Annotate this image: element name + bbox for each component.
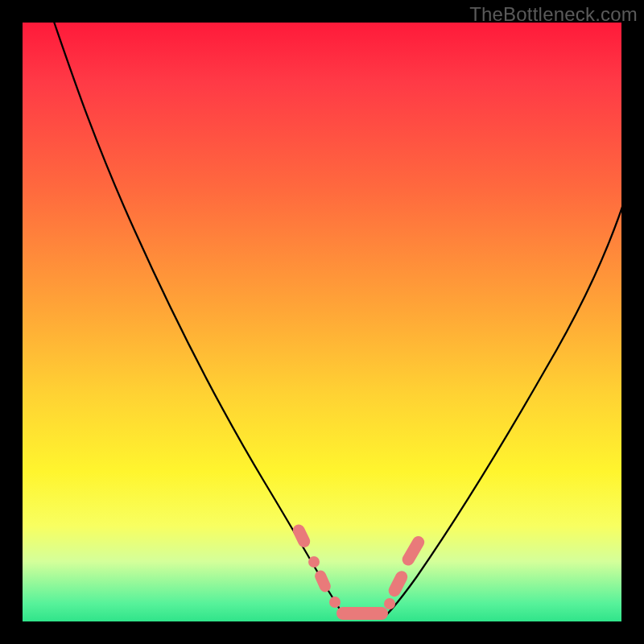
plot-area [23, 23, 621, 621]
marker-right-lower-capsule [386, 569, 410, 599]
chart-frame: TheBottleneck.com [0, 0, 644, 644]
marker-left-lower-capsule [313, 568, 332, 593]
watermark-text: TheBottleneck.com [469, 3, 638, 26]
marker-right-upper-capsule [400, 534, 427, 568]
marker-left-bottom-dot [329, 597, 341, 608]
marker-right-bottom-dot [384, 598, 395, 609]
chart-svg [23, 23, 621, 621]
curve-right-branch [385, 200, 625, 617]
marker-left-upper-capsule [291, 522, 312, 550]
marker-left-mid-dot [308, 556, 320, 568]
marker-flat-capsule [336, 607, 388, 620]
